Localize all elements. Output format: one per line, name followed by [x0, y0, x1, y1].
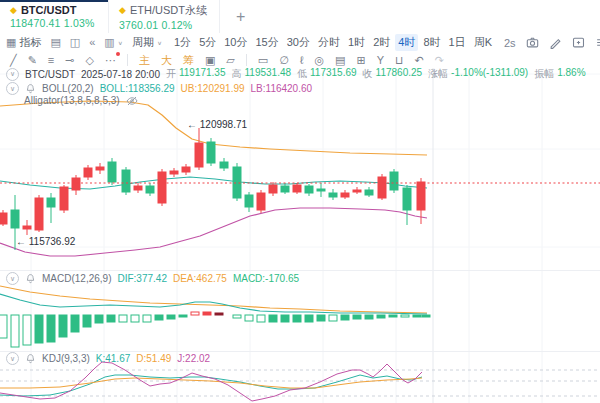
layout-list-icon[interactable] — [595, 36, 600, 49]
ohlc-datetime: 2025-07-18 20:00 — [81, 69, 160, 80]
boll-mid-value: BOLL:118356.29 — [100, 83, 175, 94]
tab-btcusdt[interactable]: ◆ BTC/USDT 118470.41 1.03% — [0, 0, 109, 33]
timeframe-15分[interactable]: 15分 — [253, 34, 282, 51]
symbol-diamond-icon: ◆ — [119, 6, 126, 15]
add-tab-button[interactable]: + — [220, 0, 261, 33]
replay-speed-label[interactable]: 2s — [504, 37, 516, 49]
fib-tool-icon[interactable]: ≡ — [48, 55, 54, 66]
kdj-j-value: J:22.02 — [177, 353, 210, 364]
drawing-toolbar: ╱✎≡⊸◇⋯主大筹▣▱▭∅ℓ◎▤⊞Y⊔↶↷ — [0, 52, 600, 68]
replay-icon[interactable]: « — [89, 37, 95, 48]
indicator-button[interactable]: ▦ 指标 — [6, 35, 41, 50]
symbol-diamond-icon: ◆ — [10, 6, 17, 15]
macd-dif-value: DIF:377.42 — [117, 273, 166, 284]
timeframe-30分[interactable]: 30分 — [284, 34, 313, 51]
filter-icon[interactable]: Y — [377, 55, 384, 66]
macd-dea-value: DEA:462.75 — [173, 273, 227, 284]
close-label: 收 — [363, 67, 373, 81]
trendline-tool-icon[interactable]: ╱ — [10, 55, 17, 66]
collapse-chevron-icon[interactable]: ∨ — [6, 272, 19, 285]
timeframe-5分[interactable]: 5分 — [196, 34, 219, 51]
collapse-chevron-icon[interactable]: ∨ — [6, 352, 19, 365]
more-tools-icon[interactable]: ⋯ — [105, 55, 116, 66]
chart-style-icon[interactable]: ▥∨ — [104, 37, 123, 48]
ohlc-symbol: BTC/USDT — [25, 69, 75, 80]
amplitude-label: 振幅 — [534, 67, 554, 81]
close-value: 117860.25 — [376, 67, 423, 81]
timeframe-周K[interactable]: 周K — [471, 34, 495, 51]
kdj-name: KDJ(9,3,3) — [42, 353, 90, 364]
camera-icon[interactable] — [526, 36, 539, 49]
chip-chart-button[interactable]: 筹 — [183, 55, 194, 66]
figure-tool-icon[interactable]: ▱ — [226, 55, 234, 66]
kline-style-icon[interactable]: ▣ — [205, 55, 215, 66]
kdj-row: ∨ KDJ(9,3,3) K:41.67 D:51.49 J:22.02 — [6, 352, 210, 365]
change-label: 涨幅 — [428, 67, 448, 81]
alligator-name: Alligator(13,8,5,8,5,3) — [24, 95, 120, 106]
toolbar-divider — [246, 54, 247, 66]
main-chart-button[interactable]: 主 — [139, 55, 150, 66]
ohlc-row: ∨ BTC/USDT 2025-07-18 20:00 开119171.35 高… — [6, 67, 586, 81]
timeframe-10分[interactable]: 10分 — [221, 34, 250, 51]
redo-icon[interactable]: ↷ — [435, 55, 444, 66]
add-pane-icon[interactable] — [572, 36, 585, 49]
clipboard-icon[interactable]: ▤ — [335, 55, 345, 66]
timeframe-4时[interactable]: 4时 — [395, 34, 418, 51]
alert-bell-icon[interactable] — [25, 83, 36, 94]
alligator-row: Alligator(13,8,5,8,5,3) — [24, 95, 138, 106]
brush-tool-icon[interactable]: ✎ — [28, 55, 37, 66]
collapse-chevron-icon[interactable]: ∨ — [6, 82, 19, 95]
boll-lb-value: LB:116420.60 — [251, 83, 313, 94]
timeframe-1日[interactable]: 1日 — [446, 34, 469, 51]
kdj-k-value: K:41.67 — [96, 353, 130, 364]
change-value: -1.10%(-1311.09) — [451, 67, 528, 81]
rect-select-icon[interactable]: ▭ — [258, 55, 268, 66]
high-label: 高 — [232, 67, 242, 81]
timeframe-8时[interactable]: 8时 — [420, 34, 443, 51]
timeframe-1分[interactable]: 1分 — [171, 34, 194, 51]
tab-price: 3760.01 0.12% — [119, 19, 207, 31]
magnet-icon[interactable]: ◎ — [314, 55, 324, 66]
ruler-icon[interactable]: ℓ — [300, 55, 304, 66]
period-dropdown[interactable]: 周期∨ — [132, 35, 162, 50]
collapse-chevron-icon[interactable]: ∨ — [6, 68, 19, 81]
trash-icon[interactable]: ⊔ — [395, 55, 404, 66]
tab-symbol: ETH/USDT永续 — [130, 3, 207, 18]
high-value: 119531.48 — [245, 67, 292, 81]
shape-tool-icon[interactable]: ◇ — [85, 55, 93, 66]
macd-name: MACD(12,26,9) — [42, 273, 111, 284]
notification-dot — [116, 52, 120, 56]
kdj-d-value: D:51.49 — [136, 353, 171, 364]
timeframe-2时[interactable]: 2时 — [370, 34, 393, 51]
eraser-icon[interactable]: ∅ — [279, 55, 289, 66]
indicator-icon: ▦ — [6, 37, 16, 48]
save-layout-icon[interactable]: ▤ — [50, 37, 60, 48]
add-panel-icon[interactable]: ⊞ — [356, 55, 365, 66]
amplitude-value: 1.86% — [557, 67, 585, 81]
symbol-tabbar: ◆ BTC/USDT 118470.41 1.03% ◆ ETH/USDT永续 … — [0, 0, 600, 34]
tab-price: 118470.41 1.03% — [10, 17, 96, 29]
low-label: 低 — [297, 67, 307, 81]
boll-row: ∨ BOLL(20,2) BOLL:118356.29 UB:120291.99… — [6, 82, 312, 95]
open-label: 开 — [166, 67, 176, 81]
timeframe-分时[interactable]: 分时 — [315, 34, 343, 51]
tab-ethusdt[interactable]: ◆ ETH/USDT永续 3760.01 0.12% — [109, 0, 220, 33]
trading-app: ◆ BTC/USDT 118470.41 1.03% ◆ ETH/USDT永续 … — [0, 0, 600, 403]
alert-bell-icon[interactable] — [25, 353, 36, 364]
large-chart-button[interactable]: 大 — [161, 55, 172, 66]
toolbar-divider — [127, 54, 128, 66]
alert-bell-icon[interactable] — [25, 273, 36, 284]
timeframe-1时[interactable]: 1时 — [345, 34, 368, 51]
eye-off-icon[interactable] — [126, 96, 138, 106]
high-price-annotation: ← 120998.71 — [187, 119, 247, 130]
draw-icon[interactable] — [549, 36, 562, 49]
tab-symbol: BTC/USDT — [21, 4, 77, 16]
measure-tool-icon[interactable]: ⊸ — [65, 55, 74, 66]
main-toolbar: ▦ 指标 ▤◫«▥∨ 周期∨ 1分5分10分15分30分分时1时2时4时8时1日… — [0, 33, 600, 53]
compare-icon[interactable]: ◫ — [70, 37, 80, 48]
boll-ub-value: UB:120291.99 — [181, 83, 245, 94]
boll-name: BOLL(20,2) — [42, 83, 94, 94]
undo-icon[interactable]: ↶ — [415, 55, 424, 66]
macd-row: ∨ MACD(12,26,9) DIF:377.42 DEA:462.75 MA… — [6, 272, 299, 285]
chevron-down-icon: ∨ — [157, 39, 162, 45]
